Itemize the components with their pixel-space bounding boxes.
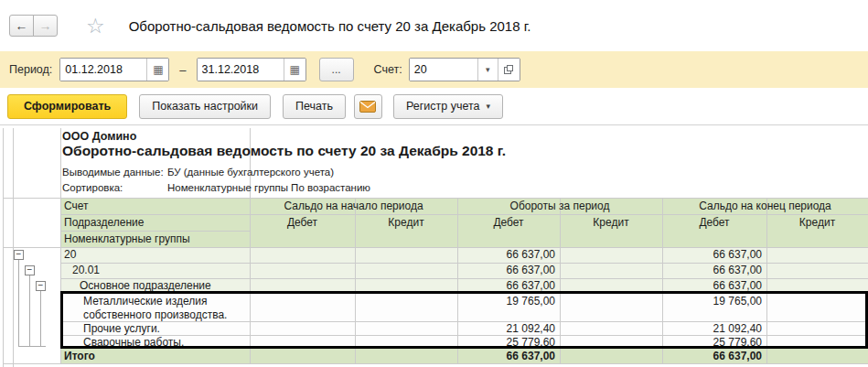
value-cell[interactable] [250,263,355,278]
favorite-star-icon[interactable]: ☆ [86,16,105,37]
value-cell[interactable] [355,247,457,263]
value-cell[interactable]: 25 779,60 [662,335,766,349]
period-to-field: ▦ [197,58,306,81]
header-credit: Кредит [766,215,868,231]
row-label-cell[interactable]: Прочие услуги. [60,321,250,335]
show-settings-button[interactable]: Показать настройки [139,94,271,119]
value-cell[interactable] [560,349,662,363]
calendar-icon[interactable]: ▦ [146,59,168,81]
back-arrow-icon: ← [16,18,28,33]
forward-button[interactable]: → [33,15,58,37]
value-cell[interactable]: 66 637,00 [457,263,560,278]
value-cell[interactable]: 19 765,00 [457,294,560,321]
value-cell[interactable] [250,349,355,363]
value-cell[interactable] [355,278,457,294]
nav-button-group: ← → [9,15,58,37]
value-cell[interactable] [355,294,457,321]
value-cell[interactable] [766,335,868,349]
total-label-cell[interactable]: Итого [60,349,250,363]
value-cell[interactable]: 66 637,00 [662,247,766,263]
value-cell[interactable]: 21 092,40 [457,321,560,335]
period-more-button[interactable]: ... [319,58,354,81]
value-cell[interactable]: 66 637,00 [457,349,560,363]
filter-bar: Период: ▦ – ▦ ... Счет: ▾ [0,51,868,88]
account-field: ▾ [409,58,520,81]
value-cell[interactable]: 21 092,40 [662,321,766,335]
value-cell[interactable]: 19 765,00 [662,294,766,321]
organization-name: ООО Домино [62,130,136,143]
table-row-account-20: 20 66 637,00 66 637,00 [60,247,868,263]
header-closing-balance: Сальдо на конец периода [662,199,868,214]
calendar-icon[interactable]: ▦ [284,59,305,81]
title-bar: ← → ☆ Оборотно-сальдовая ведомость по сч… [0,0,868,51]
value-cell[interactable] [355,321,457,335]
value-cell[interactable] [766,349,868,363]
report-toolbar: Сформировать Показать настройки Печать Р… [0,88,868,125]
grid-line-h [3,363,868,364]
value-cell[interactable]: 66 637,00 [662,349,766,363]
envelope-icon [359,101,376,113]
value-cell[interactable] [560,278,662,294]
value-cell[interactable] [355,263,457,278]
chevron-down-icon[interactable]: ▾ [477,59,498,81]
header-credit: Кредит [355,215,457,231]
generate-button[interactable]: Сформировать [7,94,127,119]
register-menu-label: Регистр учета [406,100,480,113]
value-cell[interactable] [250,335,355,349]
value-cell[interactable] [766,247,868,263]
value-cell[interactable]: 25 779,60 [457,335,560,349]
tree-line [18,346,46,347]
table-row-department: Основное подразделение 66 637,00 66 637,… [60,278,868,294]
value-cell[interactable] [766,278,868,294]
back-button[interactable]: ← [9,15,34,37]
info-label: Сортировка: [62,182,167,193]
header-turnover: Обороты за период [457,199,662,214]
collapse-toggle-level3[interactable]: − [36,281,46,291]
row-label-cell[interactable]: Основное подразделение [60,278,250,294]
value-cell[interactable] [250,294,355,321]
value-cell[interactable] [766,263,868,278]
period-label: Период: [9,63,52,76]
collapse-toggle-level2[interactable]: − [25,265,35,275]
print-button[interactable]: Печать [283,94,346,119]
header-nomenclature: Номенклатурные группы [64,232,190,247]
value-cell[interactable]: 66 637,00 [457,247,560,263]
value-cell[interactable]: 66 637,00 [662,263,766,278]
open-list-icon[interactable] [498,59,520,81]
window-title: Оборотно-сальдовая ведомость по счету 20… [129,18,531,34]
value-cell[interactable] [355,349,457,363]
row-label-cell[interactable]: Металлические изделия собственного произ… [60,294,250,321]
period-from-input[interactable] [60,59,146,81]
tree-line [40,291,41,346]
account-input[interactable] [410,59,477,81]
email-button[interactable] [354,94,382,119]
value-cell[interactable] [560,294,662,321]
collapse-toggle-level1[interactable]: − [14,250,24,260]
header-department: Подразделение [64,215,144,231]
register-menu-button[interactable]: Регистр учета ▾ [393,94,503,119]
chevron-down-icon: ▾ [487,102,491,111]
value-cell[interactable] [560,321,662,335]
value-cell[interactable]: 66 637,00 [662,278,766,294]
report-grid: ООО Домино Оборотно-сальдовая ведомость … [0,128,868,367]
info-label: Выводимые данные: [62,167,167,178]
value-cell[interactable] [250,321,355,335]
header-debit: Дебет [457,215,560,231]
value-cell[interactable] [766,321,868,335]
value-cell[interactable] [560,247,662,263]
info-value: Номенклатурные группы По возрастанию [167,182,370,193]
value-cell[interactable]: 66 637,00 [457,278,560,294]
app-window: ← → ☆ Оборотно-сальдовая ведомость по сч… [0,0,868,367]
period-to-input[interactable] [198,59,284,81]
row-label-cell[interactable]: 20.01 [60,263,250,278]
value-cell[interactable] [766,294,868,321]
row-label-cell[interactable]: 20 [60,247,250,263]
value-cell[interactable] [250,278,355,294]
value-cell[interactable] [560,335,662,349]
row-label-cell[interactable]: Сварочные работы. [60,335,250,349]
value-cell[interactable] [560,263,662,278]
value-cell[interactable] [355,335,457,349]
value-cell[interactable] [250,247,355,263]
header-opening-balance: Сальдо на начало периода [250,199,457,214]
header-account: Счет [64,199,89,214]
